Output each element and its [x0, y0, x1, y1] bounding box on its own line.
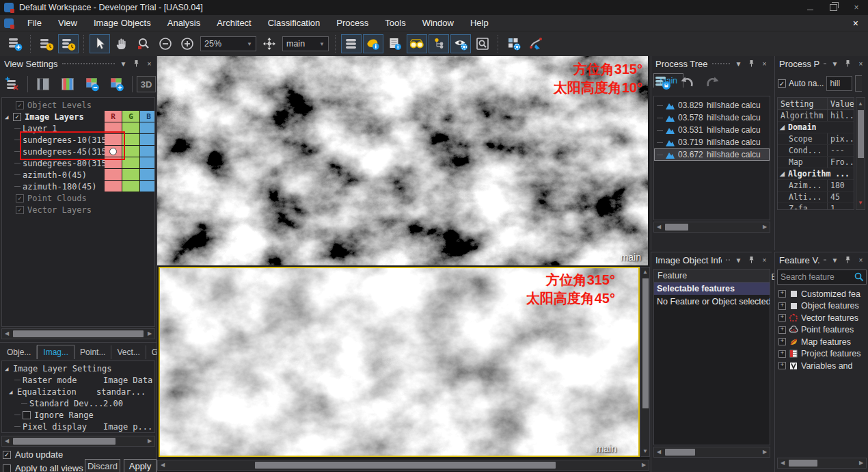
scroll-thumb[interactable] [13, 330, 144, 337]
image-layer-row[interactable]: azimuth-180(45) [2, 181, 154, 192]
close-panel-icon[interactable]: × [145, 60, 154, 68]
tab-image[interactable]: Imag... [37, 345, 74, 359]
image-object-information-button[interactable] [363, 34, 383, 53]
class-hierarchy-button[interactable] [385, 34, 405, 53]
minimize-button[interactable] [798, 0, 822, 15]
layer-channel-cell-b[interactable] [140, 169, 155, 181]
expand-icon[interactable]: + [778, 338, 786, 345]
scroll-right-icon[interactable]: ▶ [760, 447, 770, 457]
setting-row-pixel-display[interactable]: Pixel display Image p... [2, 421, 154, 432]
process-tree-button[interactable] [429, 34, 449, 53]
process-properties-header[interactable]: Process Pro... ▼ × [775, 56, 868, 71]
insert-image-layer-button[interactable] [5, 34, 25, 53]
scroll-left-icon[interactable]: ◀ [654, 222, 664, 232]
drag-handle[interactable] [824, 63, 826, 66]
h-scrollbar[interactable]: ◀ ▶ [1, 436, 155, 447]
tree-item-point-clouds[interactable]: ✓ Point Clouds [2, 192, 154, 204]
pin-icon[interactable] [843, 60, 852, 68]
feature-group-project[interactable]: + Project features [777, 348, 867, 360]
scroll-right-icon[interactable]: ▶ [760, 222, 770, 232]
scroll-up-icon[interactable]: ▲ [856, 99, 865, 109]
map-view-bottom-selected[interactable]: 方位角315° 太阳高度角45° main [159, 267, 640, 457]
v-scrollbar[interactable]: ▲ ▼ [856, 97, 865, 210]
apply-all-checkbox[interactable] [3, 464, 11, 472]
selectable-features-row[interactable]: Selectable features [654, 283, 770, 295]
child-close-icon[interactable]: × [853, 18, 868, 29]
scroll-left-icon[interactable]: ◀ [158, 460, 167, 470]
apply-button[interactable]: Apply [124, 459, 157, 472]
menu-process[interactable]: Process [328, 16, 377, 30]
feature-group-variables[interactable]: + Variables and [777, 360, 867, 372]
h-scrollbar[interactable]: ◀ ▶ [777, 458, 867, 469]
property-group-domain[interactable]: ◢Domain [778, 122, 854, 133]
zoom-window-button[interactable] [472, 34, 493, 53]
scroll-left-icon[interactable]: ◀ [2, 329, 12, 339]
feature-group-object[interactable]: + Object features [777, 300, 867, 313]
save-process-button[interactable] [654, 74, 672, 94]
property-row[interactable]: Z-fa...1 [778, 203, 854, 210]
expand-icon[interactable]: + [778, 362, 786, 369]
layers-history-button[interactable] [36, 34, 57, 53]
setting-row-stddev[interactable]: Standard Dev... 2.00 [2, 397, 154, 409]
layer-list-history-button[interactable] [58, 34, 79, 53]
feature-group-customized[interactable]: + Customized fea [777, 288, 867, 300]
layer-channel-cell-r[interactable] [105, 169, 122, 181]
auto-name-checkbox[interactable]: ✓ [778, 79, 786, 88]
menu-tools[interactable]: Tools [377, 16, 413, 30]
undo-button[interactable] [679, 75, 696, 93]
feature-group-vector[interactable]: + Vector features [777, 312, 867, 324]
edit-vector-button[interactable] [526, 34, 546, 53]
pin-icon[interactable] [747, 60, 756, 68]
layer-channel-cell-r[interactable] [105, 181, 122, 192]
menu-image-objects[interactable]: Image Objects [85, 16, 159, 30]
scroll-right-icon[interactable]: ▶ [639, 460, 649, 470]
tab-object[interactable]: Obje... [1, 345, 37, 359]
expander-icon[interactable]: ◢ [2, 114, 13, 120]
tree-item-image-layers[interactable]: ◢ ✓ Image Layers R G B [2, 111, 154, 122]
redo-button[interactable] [703, 75, 721, 93]
map-view-top[interactable]: 方位角315° 太阳高度角10° main [157, 56, 648, 265]
property-group-algorithm[interactable]: ◢Algorithm ... [778, 168, 854, 180]
scroll-up-icon[interactable]: ▲ [640, 267, 650, 277]
drag-handle[interactable] [726, 259, 730, 263]
zoom-level-select[interactable]: 25% ▼ [200, 36, 256, 51]
property-row[interactable]: Scopepix... [778, 133, 854, 145]
pin-icon[interactable] [843, 256, 852, 265]
image-layer-row[interactable]: azimuth-0(45) [2, 169, 154, 181]
process-tree-item[interactable]: 03.829 hillshade calcu [654, 99, 770, 112]
zoom-area-button[interactable] [133, 34, 154, 53]
pin-icon[interactable] [132, 60, 141, 68]
auto-update-checkbox[interactable]: ✓ [3, 451, 11, 459]
tree-item-root[interactable]: ◢ Image Layer Settings [2, 363, 154, 374]
scroll-down-icon[interactable]: ▼ [856, 198, 865, 208]
process-tree-item[interactable]: 03.719 hillshade calcu [654, 136, 770, 148]
expander-icon[interactable]: ◢ [778, 170, 788, 177]
h-scrollbar[interactable]: ◀ ▶ [157, 460, 649, 471]
close-panel-icon[interactable]: × [760, 257, 769, 264]
layer-channel-cell-b[interactable] [140, 181, 155, 192]
scroll-thumb[interactable] [642, 278, 649, 408]
checkbox[interactable]: ✓ [13, 113, 21, 121]
image-object-information-header[interactable]: Image Object Infor... ▼ × [651, 252, 772, 267]
menu-help[interactable]: Help [462, 16, 497, 30]
panel-menu-icon[interactable]: ▼ [119, 60, 128, 68]
add-layer-button[interactable] [107, 75, 127, 94]
drag-handle[interactable] [824, 259, 826, 263]
scroll-thumb[interactable] [858, 110, 864, 158]
panel-menu-icon[interactable]: ▼ [734, 257, 743, 264]
scroll-down-icon[interactable]: ▼ [640, 447, 650, 456]
menu-window[interactable]: Window [414, 16, 462, 30]
layer-channel-cell-b[interactable] [140, 122, 155, 134]
checkbox[interactable]: ✓ [16, 101, 24, 109]
h-scrollbar[interactable]: ◀ ▶ [653, 222, 770, 233]
drag-handle[interactable] [712, 63, 730, 66]
setting-row-ignore-range[interactable]: Ignore Range [2, 409, 154, 421]
edit-layer-mixing-button[interactable] [2, 75, 23, 94]
scroll-left-icon[interactable]: ◀ [778, 458, 787, 468]
zoom-in-button[interactable] [177, 34, 198, 53]
navigate-button[interactable] [259, 34, 280, 53]
expand-icon[interactable]: + [778, 290, 786, 298]
h-scrollbar[interactable]: ◀ ▶ [1, 328, 155, 339]
checkbox[interactable]: ✓ [16, 194, 24, 202]
property-row[interactable]: Algorithmhil... [778, 110, 854, 122]
